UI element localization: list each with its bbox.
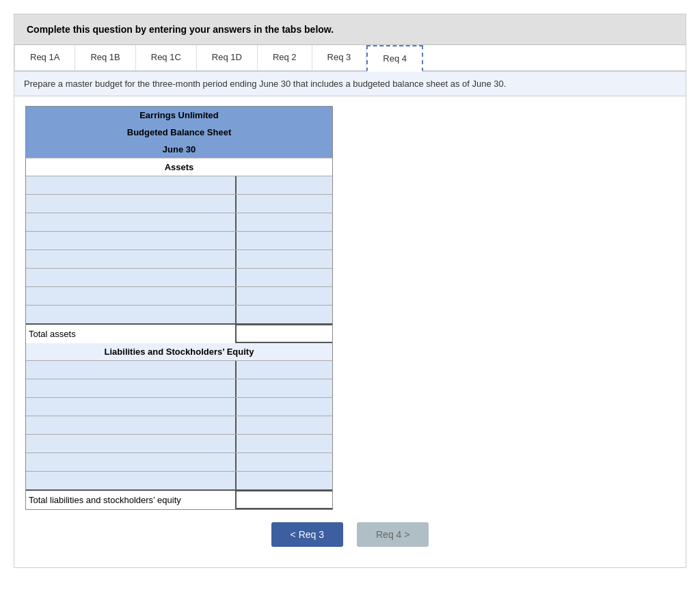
liability-value-6[interactable]: [237, 453, 332, 471]
liability-row-6: [26, 453, 332, 471]
asset-value-2[interactable]: [237, 195, 332, 213]
asset-label-6[interactable]: [26, 269, 235, 286]
asset-label-4[interactable]: [26, 232, 235, 249]
total-liabilities-row: Total liabilities and stockholders’ equi…: [26, 489, 332, 509]
total-liabilities-label: Total liabilities and stockholders’ equi…: [26, 491, 237, 509]
asset-row-4: [26, 231, 332, 249]
next-button[interactable]: Req 4 >: [357, 522, 429, 547]
sheet-title1: Earrings Unlimited: [26, 107, 332, 124]
tab-req1b[interactable]: Req 1B: [75, 45, 135, 70]
asset-value-1[interactable]: [237, 176, 332, 194]
asset-value-8[interactable]: [237, 306, 332, 323]
asset-row-3: [26, 213, 332, 231]
tab-req1a[interactable]: Req 1A: [14, 45, 75, 70]
liability-row-1: [26, 360, 332, 379]
liability-label-1[interactable]: [26, 361, 235, 379]
liability-row-7: [26, 471, 332, 489]
sheet-title2: Budgeted Balance Sheet: [26, 124, 332, 141]
liability-value-2[interactable]: [237, 379, 332, 397]
asset-label-2[interactable]: [26, 195, 235, 213]
liability-row-2: [26, 379, 332, 397]
prev-button[interactable]: < Req 3: [271, 522, 343, 547]
question-text: Prepare a master budget for the three-mo…: [14, 72, 686, 96]
bottom-nav: < Req 3 Req 4 >: [25, 510, 675, 554]
liability-row-3: [26, 397, 332, 416]
balance-sheet: Earrings Unlimited Budgeted Balance Shee…: [25, 106, 333, 510]
total-assets-label: Total assets: [26, 325, 237, 343]
liability-label-7[interactable]: [26, 472, 235, 489]
total-assets-value[interactable]: [237, 325, 332, 343]
content-area: Earrings Unlimited Budgeted Balance Shee…: [14, 96, 686, 567]
liability-value-1[interactable]: [237, 361, 332, 379]
tab-req4[interactable]: Req 4: [366, 45, 423, 72]
liability-value-5[interactable]: [237, 435, 332, 453]
asset-value-3[interactable]: [237, 213, 332, 231]
liability-label-6[interactable]: [26, 453, 235, 471]
asset-row-2: [26, 194, 332, 213]
asset-label-5[interactable]: [26, 250, 235, 268]
asset-row-5: [26, 249, 332, 268]
tab-req3[interactable]: Req 3: [312, 45, 367, 70]
sheet-title3: June 30: [26, 141, 332, 158]
liability-label-3[interactable]: [26, 398, 235, 416]
instruction-bar: Complete this question by entering your …: [14, 14, 686, 45]
tab-req1c[interactable]: Req 1C: [136, 45, 197, 70]
total-liabilities-value[interactable]: [237, 491, 332, 509]
asset-row-1: [26, 176, 332, 194]
liability-value-3[interactable]: [237, 398, 332, 416]
asset-value-5[interactable]: [237, 250, 332, 268]
asset-label-8[interactable]: [26, 306, 235, 323]
asset-label-3[interactable]: [26, 213, 235, 231]
assets-header: Assets: [26, 158, 332, 176]
liability-label-4[interactable]: [26, 416, 235, 434]
asset-row-6: [26, 268, 332, 286]
liabilities-header: Liabilities and Stockholders’ Equity: [26, 343, 332, 360]
liability-label-5[interactable]: [26, 435, 235, 453]
total-assets-row: Total assets: [26, 323, 332, 343]
asset-value-4[interactable]: [237, 232, 332, 249]
liability-value-4[interactable]: [237, 416, 332, 434]
liability-row-5: [26, 434, 332, 453]
asset-row-8: [26, 305, 332, 323]
asset-row-7: [26, 286, 332, 305]
asset-value-6[interactable]: [237, 269, 332, 286]
liability-value-7[interactable]: [237, 472, 332, 489]
liability-label-2[interactable]: [26, 379, 235, 397]
tab-req2[interactable]: Req 2: [258, 45, 312, 70]
tab-req1d[interactable]: Req 1D: [197, 45, 258, 70]
asset-label-7[interactable]: [26, 287, 235, 305]
asset-value-7[interactable]: [237, 287, 332, 305]
tabs-row: Req 1A Req 1B Req 1C Req 1D Req 2 Req 3 …: [14, 45, 686, 72]
liability-row-4: [26, 416, 332, 434]
asset-label-1[interactable]: [26, 176, 235, 194]
